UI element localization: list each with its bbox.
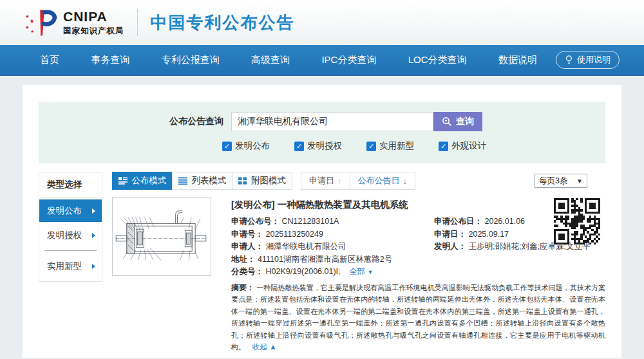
svg-text:★: ★ (30, 29, 34, 33)
applicant-name: 湘潭华联电机有限公司 (265, 242, 346, 251)
publication-date: 2026.01.06 (484, 217, 525, 226)
patent-thumbnail[interactable] (112, 197, 211, 276)
sort-label: 公布公告日 (358, 175, 400, 187)
search-button[interactable]: 查询 (433, 112, 482, 131)
application-date: 2025.09.17 (468, 230, 509, 239)
nav-item-advanced-query[interactable]: 高级查询 (251, 54, 290, 66)
abstract-label: 摘要： (231, 283, 254, 292)
detail-list-icon (118, 177, 128, 185)
patent-drawing (114, 199, 209, 274)
field-row: 申请公布号： CN121283101A 申请公布日： 2026.01.06 (231, 216, 605, 228)
abstract-text: 一种隔热散热装置，它主要是解决现有高温工作环境电机受高温影响无法驱动负载工作等技… (231, 284, 605, 351)
sort-by-publication-date[interactable]: 公布公告日 ↓ (350, 172, 416, 190)
collapse-abstract-link[interactable]: 收起 ▲ (252, 343, 277, 351)
page-size-select[interactable]: 每页3条 ▼ (535, 174, 587, 188)
help-button-label: 使用说明 (577, 54, 611, 66)
patent-details: [发明公布] 一种隔热散热装置及其电机系统 申请公布号： CN121283101… (231, 197, 605, 359)
arrow-right-icon (92, 208, 95, 214)
field-row: 分类号： H02K9/19(2006.01)I; 全部 ▼ (231, 266, 605, 279)
filter-label: 发明公布 (235, 140, 270, 152)
page-header: ★ ★ ★ ★ CNIPA 国家知识产权局 中国专利公布公告 (0, 0, 644, 45)
field-label: 申请人： (231, 242, 263, 251)
search-input[interactable] (231, 112, 433, 131)
search-button-label: 查询 (456, 116, 474, 127)
page-title: 中国专利公布公告 (151, 12, 295, 34)
field-label: 分类号： (231, 267, 263, 276)
filter-invention-publication[interactable]: 发明公布 (222, 140, 270, 152)
sidebar-title: 类型选择 (39, 172, 102, 198)
cnipa-logo: ★ ★ ★ ★ CNIPA 国家知识产权局 (24, 7, 124, 38)
field-label: 申请公布日： (434, 217, 482, 226)
search-label: 公布公告查询 (169, 116, 223, 127)
publication-number: CN121283101A (281, 217, 339, 226)
list-icon (178, 177, 187, 185)
nav-item-home[interactable]: 首页 (40, 54, 59, 66)
sidebar-item-label: 发明公布 (47, 205, 82, 217)
tab-figure-mode[interactable]: 附图模式 (232, 172, 292, 190)
arrow-down-icon: ↓ (403, 176, 408, 186)
logo-org-name: 国家知识产权局 (63, 26, 124, 37)
svg-text:★: ★ (25, 24, 30, 30)
tab-label: 列表模式 (192, 175, 227, 187)
magnifier-icon (442, 116, 452, 127)
classification-code: H02K9/19(2006.01)I; (265, 267, 340, 276)
sidebar-item-utility-model[interactable]: 实用新型 (39, 255, 102, 277)
patent-title: 一种隔热散热装置及其电机系统 (278, 199, 408, 210)
filter-design[interactable]: 外观设计 (439, 140, 486, 152)
cnipa-emblem-icon: ★ ★ ★ ★ (24, 7, 59, 38)
nav-item-gazette-query[interactable]: 专利公报查询 (162, 54, 220, 66)
nav-item-transaction-query[interactable]: 事务查询 (91, 54, 129, 66)
applicant-address: 411101湖南省湘潭市高新区林蕙路2号 (258, 255, 392, 264)
filter-label: 发明授权 (307, 140, 342, 152)
tab-label: 公布模式 (132, 175, 167, 187)
nav-item-data-description[interactable]: 数据说明 (498, 54, 537, 66)
tab-label: 附图模式 (251, 175, 286, 187)
sort-by-application-date[interactable]: 申请日 ↑ (301, 172, 350, 190)
nav-item-loc-query[interactable]: LOC分类查询 (408, 54, 467, 66)
grid-icon (238, 177, 247, 185)
sidebar-item-invention-publication[interactable]: 发明公布 (39, 199, 102, 222)
arrow-right-icon (92, 264, 95, 269)
sort-label: 申请日 (309, 175, 334, 187)
patent-abstract: 摘要： 一种隔热散热装置，它主要是解决现有高温工作环境电机受高温影响无法驱动负载… (231, 282, 605, 353)
field-row: 申请号： 2025113250249 申请日： 2025.09.17 (231, 228, 605, 241)
triangle-up-icon: ▲ (269, 343, 276, 351)
checkbox-checked-icon[interactable] (439, 142, 448, 151)
field-row: 申请人： 湘潭华联电机有限公司 发明人： 王步明;邵娟花;刘鑫;应卓霖;文立平 (231, 241, 605, 253)
patent-tag: [发明公布] (231, 199, 275, 210)
field-label: 申请号： (231, 230, 263, 239)
sidebar-item-label: 发明授权 (47, 230, 82, 241)
header-divider (137, 9, 138, 36)
nav-item-ipc-query[interactable]: IPC分类查询 (321, 54, 376, 66)
help-button[interactable]: 使用说明 (556, 51, 620, 69)
page-size-value: 每页3条 (539, 176, 567, 187)
main-content: 公布公告查询 查询 发明公布 发明授权 (23, 85, 621, 358)
qr-code (554, 198, 600, 244)
lightbulb-icon (565, 55, 573, 65)
results-toolbar: 公布模式 列表模式 (112, 172, 605, 190)
tab-publication-mode[interactable]: 公布模式 (112, 172, 173, 190)
field-label: 发明人： (434, 242, 466, 251)
sidebar-item-invention-grant[interactable]: 发明授权 (39, 224, 102, 246)
filter-label: 实用新型 (379, 140, 414, 152)
field-label: 申请公布号： (231, 217, 279, 226)
field-label: 地址： (231, 255, 256, 264)
type-sidebar: 类型选择 发明公布 发明授权 实用新型 (39, 172, 102, 282)
classification-all-link[interactable]: 全部 ▼ (349, 267, 373, 276)
main-nav: 首页 事务查询 专利公报查询 高级查询 IPC分类查询 LOC分类查询 数据说明… (0, 45, 644, 76)
filter-utility-model[interactable]: 实用新型 (366, 140, 414, 152)
chevron-down-icon: ▼ (576, 178, 583, 185)
field-label: 申请日： (434, 230, 466, 239)
patent-title-row: [发明公布] 一种隔热散热装置及其电机系统 (231, 199, 605, 211)
application-number: 2025113250249 (265, 230, 323, 239)
checkbox-checked-icon[interactable] (366, 142, 376, 151)
filter-invention-grant[interactable]: 发明授权 (294, 140, 342, 152)
results-area: 公布模式 列表模式 (112, 172, 605, 359)
filter-label: 外观设计 (451, 140, 486, 152)
tab-list-mode[interactable]: 列表模式 (172, 172, 232, 190)
logo-acronym: CNIPA (63, 9, 124, 24)
arrow-up-icon: ↑ (337, 176, 342, 186)
search-panel: 公布公告查询 查询 发明公布 发明授权 (39, 102, 605, 163)
checkbox-checked-icon[interactable] (294, 142, 304, 151)
checkbox-checked-icon[interactable] (222, 142, 232, 151)
